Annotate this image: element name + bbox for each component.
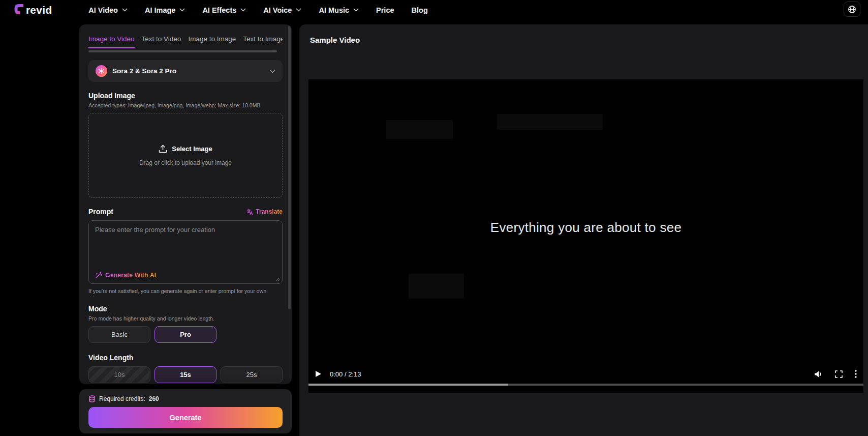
overflow-menu-button[interactable] — [855, 370, 857, 378]
length-option-10s[interactable]: 10s — [88, 366, 150, 383]
tabs-scrollbar[interactable] — [88, 50, 283, 52]
sample-video-panel: Sample Video Everything you are about to… — [299, 24, 868, 436]
video-time-display: 0:00 / 2:13 — [330, 370, 361, 378]
nav-item-price[interactable]: Price — [376, 6, 394, 14]
globe-icon — [848, 5, 856, 14]
tab-image-to-video[interactable]: Image to Video — [88, 35, 135, 48]
nav-label: Price — [376, 6, 394, 14]
video-overlay-text: Everything you are about to see — [308, 220, 863, 236]
nav-label: AI Voice — [263, 6, 292, 14]
chevron-down-icon — [353, 8, 359, 12]
volume-button[interactable] — [814, 370, 823, 378]
video-progress-buffered — [308, 384, 508, 386]
mode-option-pro[interactable]: Pro — [154, 326, 216, 343]
credits-coins-icon — [88, 395, 96, 402]
fullscreen-button[interactable] — [835, 370, 843, 378]
prompt-section-title: Prompt — [88, 208, 113, 216]
play-icon — [315, 370, 322, 377]
nav-item-ai-image[interactable]: AI Image — [145, 6, 185, 14]
translate-label: Translate — [256, 208, 283, 215]
nav-label: Blog — [412, 6, 428, 14]
generate-with-ai-label: Generate With AI — [105, 272, 156, 279]
credits-value: 260 — [149, 395, 159, 402]
main-nav: AI Video AI Image AI Effects AI Voice AI… — [88, 6, 428, 14]
generate-button[interactable]: Generate — [88, 407, 283, 428]
magic-wand-icon — [95, 272, 102, 279]
tab-text-to-image[interactable]: Text to Image — [243, 35, 283, 48]
sample-video-title: Sample Video — [299, 24, 868, 44]
video-player[interactable]: Everything you are about to see 0:00 / 2… — [308, 79, 863, 393]
nav-label: AI Music — [319, 6, 349, 14]
required-credits: Required credits: 260 — [88, 395, 283, 402]
model-selector-value: Sora 2 & Sora 2 Pro — [112, 67, 176, 75]
video-frame-texture — [497, 114, 602, 130]
fullscreen-icon — [835, 370, 843, 378]
chevron-down-icon — [296, 8, 301, 12]
mode-option-basic[interactable]: Basic — [88, 326, 150, 343]
generation-form-card: Image to Video Text to Video Image to Im… — [79, 24, 292, 384]
brand-logo-icon — [13, 3, 25, 18]
sora-model-icon — [96, 65, 107, 77]
video-controls: 0:00 / 2:13 — [308, 369, 863, 379]
brand-logo[interactable]: revid — [13, 3, 52, 18]
video-frame-texture — [409, 274, 464, 299]
mode-section-title: Mode — [88, 305, 283, 313]
upload-accepted-types: Accepted types: image/jpeg, image/png, i… — [88, 102, 283, 108]
nav-item-ai-voice[interactable]: AI Voice — [263, 6, 301, 14]
image-dropzone[interactable]: Select Image Drag or click to upload you… — [88, 113, 283, 198]
tab-text-to-video[interactable]: Text to Video — [142, 35, 181, 48]
chevron-down-icon — [179, 8, 185, 12]
chevron-down-icon — [122, 8, 128, 12]
generation-panel: Image to Video Text to Video Image to Im… — [79, 24, 292, 436]
mode-options: Basic Pro — [88, 326, 283, 343]
video-length-section-title: Video Length — [88, 354, 283, 362]
mode-tabs: Image to Video Text to Video Image to Im… — [88, 24, 283, 48]
length-option-15s[interactable]: 15s — [154, 366, 216, 383]
upload-section-title: Upload Image — [88, 92, 283, 100]
nav-item-ai-effects[interactable]: AI Effects — [202, 6, 246, 14]
drag-hint: Drag or click to upload your image — [139, 159, 232, 166]
tab-image-to-image[interactable]: Image to Image — [188, 35, 236, 48]
prompt-input-container: Generate With AI — [88, 220, 283, 284]
nav-item-blog[interactable]: Blog — [412, 6, 428, 14]
generate-footer: Required credits: 260 Generate — [79, 389, 292, 433]
chevron-down-icon — [269, 69, 275, 73]
chevron-down-icon — [240, 8, 246, 12]
prompt-helper-text: If you're not satisfied, you can generat… — [88, 288, 283, 294]
page: revid AI Video AI Image AI Effects AI Vo… — [0, 0, 868, 436]
language-button[interactable] — [844, 2, 860, 17]
tabs-scrollbar-thumb[interactable] — [88, 50, 277, 52]
nav-label: AI Image — [145, 6, 175, 14]
credits-label: Required credits: — [99, 395, 145, 402]
mode-subtitle: Pro mode has higher quality and longer v… — [88, 315, 283, 322]
play-button[interactable] — [315, 370, 322, 377]
panel-scrollbar[interactable] — [288, 25, 291, 309]
nav-item-ai-video[interactable]: AI Video — [88, 6, 128, 14]
nav-label: AI Video — [88, 6, 118, 14]
resize-handle-icon[interactable] — [275, 277, 280, 281]
video-progress-bar[interactable] — [308, 384, 863, 386]
select-image-button[interactable]: Select Image — [172, 145, 212, 153]
navbar: revid AI Video AI Image AI Effects AI Vo… — [0, 0, 868, 20]
upload-icon — [159, 144, 167, 153]
brand-logo-text: revid — [26, 4, 52, 16]
video-length-options: 10s 15s 25s — [88, 366, 283, 383]
vertical-dots-icon — [855, 370, 857, 378]
prompt-input[interactable] — [89, 221, 282, 260]
model-selector[interactable]: Sora 2 & Sora 2 Pro — [88, 60, 283, 82]
translate-button[interactable]: Translate — [246, 208, 283, 215]
volume-icon — [814, 370, 823, 378]
length-option-25s[interactable]: 25s — [221, 366, 283, 383]
translate-icon — [246, 209, 253, 215]
nav-item-ai-music[interactable]: AI Music — [319, 6, 359, 14]
generate-with-ai-button[interactable]: Generate With AI — [95, 272, 156, 279]
nav-label: AI Effects — [202, 6, 236, 14]
video-frame-texture — [386, 120, 453, 139]
